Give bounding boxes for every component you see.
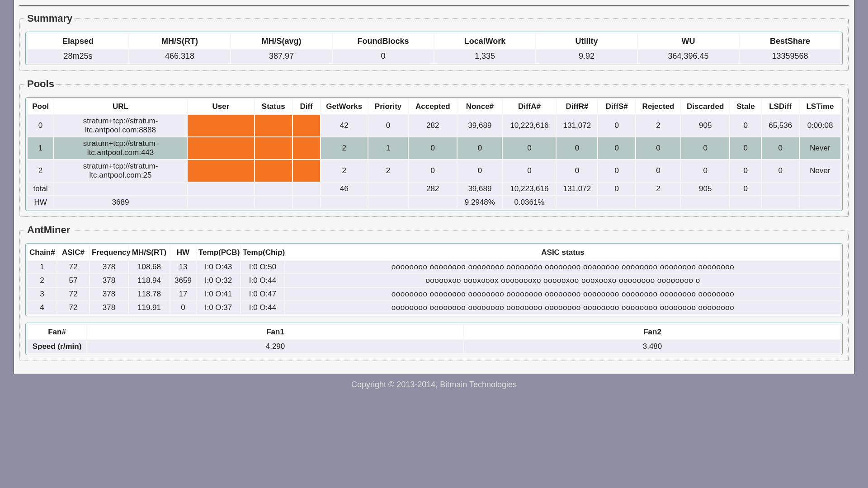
chain-cell: 17 [170, 288, 196, 300]
chain-cell: I:0 O:32 [197, 274, 240, 287]
pools-col-getworks: GetWorks [321, 99, 368, 114]
summary-col-mh/s(rt): MH/S(RT) [129, 34, 230, 49]
status-page: Summary ElapsedMH/S(RT)MH/S(avg)FoundBlo… [14, 0, 854, 374]
chain-row: 472378119.910I:0 O:37I:0 O:44oooooooo oo… [28, 301, 840, 314]
pools-col-diffa: DiffA# [503, 99, 556, 114]
summary-col-mh/s(avg): MH/S(avg) [231, 34, 332, 49]
pool-cell [368, 196, 408, 209]
summary-legend: Summary [25, 13, 74, 24]
pool-cell [636, 196, 680, 209]
chain-cell: I:0 O:44 [241, 274, 284, 287]
summary-col-bestshare: BestShare [740, 34, 840, 49]
pools-col-priority: Priority [368, 99, 408, 114]
pools-fieldset: Pools PoolURLUserStatusDiffGetWorksPrior… [19, 78, 849, 217]
pool-cell [800, 183, 840, 195]
pool-cell [557, 196, 597, 209]
asic-status-cell: oooooooo oooooooo oooooooo oooooooo oooo… [285, 288, 840, 300]
pool-cell: 0 [409, 160, 457, 182]
pool-cell: 39,689 [458, 115, 502, 136]
summary-cell: 13359568 [740, 50, 840, 63]
pools-col-url: URL [54, 99, 187, 114]
footer-copyright: Copyright © 2013-2014, Bitmain Technolog… [0, 374, 868, 399]
pool-cell: 0 [598, 160, 635, 182]
pool-row: 0stratum+tcp://stratum-ltc.antpool.com:8… [28, 115, 840, 136]
pools-col-pool: Pool [28, 99, 53, 114]
pool-cell [255, 115, 292, 136]
chain-cell: I:0 O:44 [241, 301, 284, 314]
asic-status-cell: oooooooo oooooooo oooooooo oooooooo oooo… [285, 261, 840, 273]
pool-cell: 0:00:08 [800, 115, 840, 136]
pools-col-accepted: Accepted [409, 99, 457, 114]
top-separator [19, 0, 849, 6]
fan1-speed: 4,290 [87, 340, 463, 353]
pool-cell: 131,072 [557, 183, 597, 195]
pool-cell: 905 [681, 115, 729, 136]
chain-cell: 119.91 [129, 301, 170, 314]
asic-status-cell: oooooxoo oooxooox oooooooxo oooooxoo ooo… [285, 274, 840, 287]
pool-cell: 0 [730, 183, 761, 195]
antminer-col-tempchip: Temp(Chip) [241, 245, 284, 260]
pool-cell: 0 [368, 115, 408, 136]
chain-row: 172378108.6813I:0 O:43I:0 O:50oooooooo o… [28, 261, 840, 273]
chain-cell: 378 [90, 288, 128, 300]
chain-cell: I:0 O:47 [241, 288, 284, 300]
chain-cell: 2 [28, 274, 57, 287]
chain-cell: I:0 O:37 [197, 301, 240, 314]
pool-cell: 39,689 [458, 183, 502, 195]
pools-col-user: User [188, 99, 254, 114]
fan-col-fan1: Fan1 [87, 325, 463, 339]
fan2-speed: 3,480 [464, 340, 840, 353]
summary-col-elapsed: Elapsed [28, 34, 128, 49]
pool-cell [293, 115, 320, 136]
pool-cell: 0 [762, 160, 799, 182]
fan-table: Fan#Fan1Fan2 Speed (r/min) 4,290 3,480 [27, 324, 841, 354]
fan-row: Speed (r/min) 4,290 3,480 [28, 340, 840, 353]
chain-cell: 378 [90, 301, 128, 314]
pool-cell [255, 183, 292, 195]
pool-cell: 10,223,616 [503, 183, 556, 195]
pool-cell: 42 [321, 115, 368, 136]
pool-cell: 0 [503, 137, 556, 159]
fan-col-fan: Fan# [28, 325, 86, 339]
chain-cell: 378 [90, 274, 128, 287]
summary-col-foundblocks: FoundBlocks [333, 34, 434, 49]
chain-cell: 13 [170, 261, 196, 273]
pool-cell: 0 [28, 115, 53, 136]
pool-cell [409, 196, 457, 209]
pool-cell: 0 [598, 137, 635, 159]
pool-cell [368, 183, 408, 195]
pool-row: HW36899.2948%0.0361% [28, 196, 840, 209]
chain-cell: 1 [28, 261, 57, 273]
antminer-legend: AntMiner [25, 224, 72, 236]
pool-cell: 2 [321, 160, 368, 182]
antminer-col-mhsrt: MH/S(RT) [129, 245, 170, 260]
summary-cell: 0 [333, 50, 434, 63]
pools-table: PoolURLUserStatusDiffGetWorksPriorityAcc… [27, 99, 841, 210]
pool-row: 2stratum+tcp://stratum-ltc.antpool.com:2… [28, 160, 840, 182]
pools-col-lsdiff: LSDiff [762, 99, 799, 114]
chain-cell: 118.94 [129, 274, 170, 287]
pool-cell [598, 196, 635, 209]
pool-cell: HW [28, 196, 53, 209]
pool-cell: 0 [458, 137, 502, 159]
pool-cell: 0 [681, 160, 729, 182]
chain-cell: 4 [28, 301, 57, 314]
antminer-col-chain: Chain# [28, 245, 57, 260]
pool-cell [54, 183, 187, 195]
pools-col-diffr: DiffR# [557, 99, 597, 114]
pool-cell: 2 [28, 160, 53, 182]
chain-cell: 108.68 [129, 261, 170, 273]
chain-cell: I:0 O:43 [197, 261, 240, 273]
pool-cell: 0 [636, 160, 680, 182]
summary-cell: 1,335 [434, 50, 535, 63]
chain-cell: 378 [90, 261, 128, 273]
chain-cell: 72 [57, 261, 89, 273]
pool-cell: 0 [557, 137, 597, 159]
antminer-col-asicstatus: ASIC status [285, 245, 840, 260]
pool-cell: 0 [730, 115, 761, 136]
summary-cell: 364,396.45 [638, 50, 739, 63]
antminer-table: Chain#ASIC#FrequencyMH/S(RT)HWTemp(PCB)T… [27, 244, 841, 315]
chain-cell: I:0 O:41 [197, 288, 240, 300]
pools-col-lstime: LSTime [800, 99, 840, 114]
summary-cell: 9.92 [536, 50, 637, 63]
